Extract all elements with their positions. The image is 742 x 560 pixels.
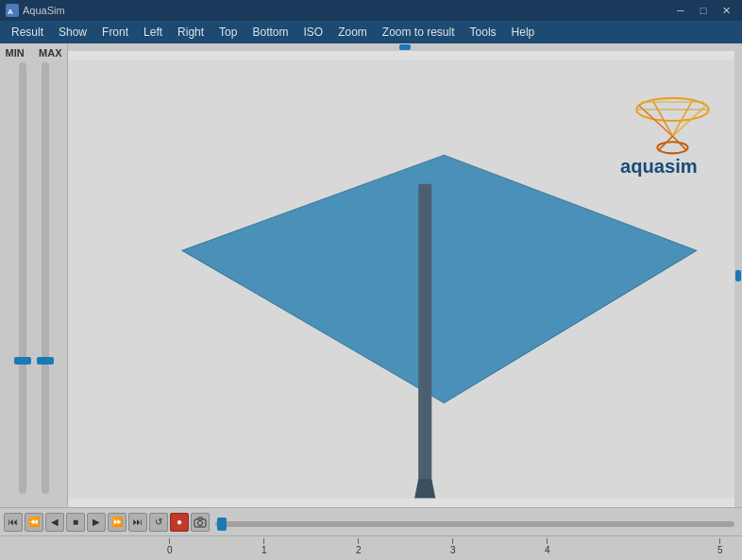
- menu-show[interactable]: Show: [51, 23, 94, 42]
- min-max-labels: MIN MAX: [6, 47, 62, 59]
- scene-svg: aquasim: [68, 51, 734, 507]
- bottom-ruler: 0 1 2 3 4 5: [0, 535, 742, 560]
- titlebar: A AquaSim ─ □ ✕: [0, 0, 742, 21]
- step-forward-button[interactable]: ▶: [87, 513, 106, 532]
- ruler-tick-2: 2: [356, 538, 362, 555]
- window-controls: ─ □ ✕: [670, 3, 736, 18]
- timeline-area[interactable]: [211, 508, 738, 535]
- min-slider-thumb[interactable]: [14, 357, 31, 365]
- right-scroll-thumb[interactable]: [735, 270, 741, 281]
- svg-text:aquasim: aquasim: [620, 156, 698, 177]
- menu-iso[interactable]: ISO: [295, 23, 330, 42]
- step-back-button[interactable]: ◀: [45, 513, 64, 532]
- ruler-tick-3: 3: [450, 538, 456, 555]
- window-title: AquaSim: [23, 5, 65, 16]
- ruler-label-1: 1: [261, 545, 267, 555]
- menu-result[interactable]: Result: [4, 23, 51, 42]
- ruler-label-2: 2: [356, 545, 362, 555]
- rewind-fast-button[interactable]: ⏪: [25, 513, 43, 532]
- go-to-start-button[interactable]: ⏮: [4, 513, 23, 532]
- ruler-label-3: 3: [450, 545, 456, 555]
- max-slider-track[interactable]: [42, 62, 49, 494]
- ruler-tick-line: [452, 538, 453, 544]
- menu-left[interactable]: Left: [136, 23, 170, 42]
- viewport[interactable]: aquasim: [68, 43, 742, 507]
- svg-rect-3: [418, 184, 431, 489]
- 3d-scene: aquasim: [68, 51, 734, 507]
- ruler-tick-line: [169, 538, 170, 544]
- ruler-tick-0: 0: [167, 538, 173, 555]
- right-scrollbar[interactable]: [734, 43, 742, 507]
- max-slider-thumb[interactable]: [37, 357, 54, 365]
- menu-help[interactable]: Help: [504, 23, 543, 42]
- screenshot-button[interactable]: [191, 513, 210, 532]
- titlebar-left: A AquaSim: [6, 4, 65, 17]
- fast-forward-button[interactable]: ⏩: [108, 513, 126, 532]
- timeline-thumb[interactable]: [217, 518, 227, 531]
- ruler-tick-1: 1: [261, 538, 267, 555]
- loop-button[interactable]: ↺: [149, 513, 168, 532]
- max-label: MAX: [39, 47, 61, 59]
- menu-bottom[interactable]: Bottom: [245, 23, 295, 42]
- ruler-label-5: 5: [717, 545, 723, 555]
- ruler-tick-line: [358, 538, 359, 544]
- maximize-button[interactable]: □: [693, 3, 714, 18]
- menu-right[interactable]: Right: [170, 23, 211, 42]
- ruler-label-4: 4: [545, 545, 550, 555]
- playback-bar: ⏮ ⏪ ◀ ■ ▶ ⏩ ⏭ ↺ ●: [0, 507, 742, 535]
- stop-button[interactable]: ■: [66, 513, 85, 532]
- close-button[interactable]: ✕: [716, 3, 736, 18]
- menu-front[interactable]: Front: [94, 23, 136, 42]
- main-area: MIN MAX: [0, 43, 742, 507]
- go-to-end-button[interactable]: ⏭: [128, 513, 147, 532]
- menubar: Result Show Front Left Right Top Bottom …: [0, 21, 742, 43]
- app-icon: A: [6, 4, 19, 17]
- ruler-tick-5: 5: [717, 538, 723, 555]
- left-panel: MIN MAX: [0, 43, 68, 507]
- record-button[interactable]: ●: [170, 513, 189, 532]
- svg-text:A: A: [8, 8, 13, 16]
- min-slider-track[interactable]: [19, 62, 26, 494]
- top-scroll-thumb[interactable]: [399, 44, 411, 50]
- ruler-label-0: 0: [167, 545, 173, 555]
- ruler-tick-line: [263, 538, 264, 544]
- timeline-track[interactable]: [215, 521, 734, 527]
- svg-point-17: [198, 520, 203, 525]
- sliders-area: [19, 62, 49, 494]
- minimize-button[interactable]: ─: [670, 3, 691, 18]
- min-label: MIN: [6, 47, 25, 59]
- ruler-tick-line: [547, 538, 548, 544]
- menu-top[interactable]: Top: [211, 23, 245, 42]
- menu-zoom[interactable]: Zoom: [330, 23, 375, 42]
- menu-zoom-to-result[interactable]: Zoom to result: [375, 23, 463, 42]
- top-scrollbar[interactable]: [68, 43, 742, 51]
- ruler-tick-4: 4: [545, 538, 550, 555]
- menu-tools[interactable]: Tools: [463, 23, 504, 42]
- ruler-tick-line: [719, 538, 720, 544]
